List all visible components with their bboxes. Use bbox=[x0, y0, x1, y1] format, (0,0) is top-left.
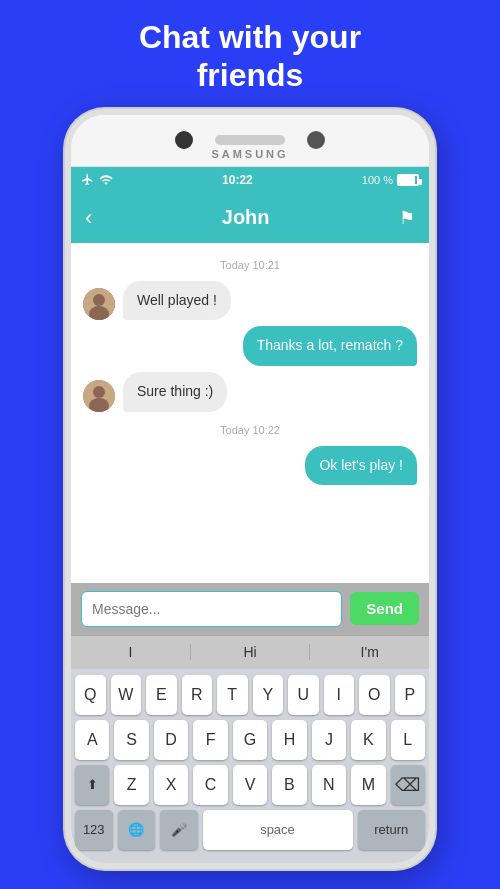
avatar bbox=[83, 288, 115, 320]
key-p[interactable]: P bbox=[395, 675, 426, 715]
key-v[interactable]: V bbox=[233, 765, 267, 805]
battery-fill bbox=[399, 176, 415, 184]
wifi-icon bbox=[99, 173, 113, 187]
svg-point-1 bbox=[93, 294, 105, 306]
phone-bezel: SAMSUNG bbox=[71, 115, 429, 167]
date-divider-1: Today 10:21 bbox=[83, 259, 417, 271]
message-row: Well played ! bbox=[83, 281, 417, 321]
globe-key[interactable]: 🌐 bbox=[118, 810, 156, 850]
svg-point-4 bbox=[93, 386, 105, 398]
key-h[interactable]: H bbox=[272, 720, 306, 760]
key-y[interactable]: Y bbox=[253, 675, 284, 715]
keyboard-row-3: ⬆ Z X C V B N M ⌫ bbox=[75, 765, 425, 805]
predictive-bar: I Hi I'm bbox=[71, 635, 429, 669]
pred-item-2[interactable]: Hi bbox=[191, 644, 311, 660]
keyboard: Q W E R T Y U I O P A S D F G H J K L ⬆ … bbox=[71, 669, 429, 863]
message-bubble: Well played ! bbox=[123, 281, 231, 321]
mic-key[interactable]: 🎤 bbox=[160, 810, 198, 850]
keyboard-row-2: A S D F G H J K L bbox=[75, 720, 425, 760]
status-icons bbox=[81, 173, 113, 187]
message-bubble: Sure thing :) bbox=[123, 372, 227, 412]
status-time: 10:22 bbox=[222, 173, 253, 187]
key-e[interactable]: E bbox=[146, 675, 177, 715]
key-i[interactable]: I bbox=[324, 675, 355, 715]
camera-right bbox=[307, 131, 325, 149]
key-d[interactable]: D bbox=[154, 720, 188, 760]
key-j[interactable]: J bbox=[312, 720, 346, 760]
message-bubble: Ok let's play ! bbox=[305, 446, 417, 486]
message-row: Sure thing :) bbox=[83, 372, 417, 412]
message-bubble: Thanks a lot, rematch ? bbox=[243, 326, 417, 366]
date-divider-2: Today 10:22 bbox=[83, 424, 417, 436]
avatar-image bbox=[83, 288, 115, 320]
key-r[interactable]: R bbox=[182, 675, 213, 715]
key-a[interactable]: A bbox=[75, 720, 109, 760]
phone-frame: SAMSUNG 10:22 100 % ‹ John ⚑ bbox=[65, 109, 435, 869]
key-m[interactable]: M bbox=[351, 765, 385, 805]
chat-header: ‹ John ⚑ bbox=[71, 193, 429, 243]
key-z[interactable]: Z bbox=[114, 765, 148, 805]
status-bar: 10:22 100 % bbox=[71, 167, 429, 193]
key-w[interactable]: W bbox=[111, 675, 142, 715]
message-input[interactable] bbox=[81, 591, 342, 627]
samsung-label: SAMSUNG bbox=[211, 148, 288, 160]
title-line1: Chat with your bbox=[139, 19, 361, 55]
shift-key[interactable]: ⬆ bbox=[75, 765, 109, 805]
battery-percent: 100 % bbox=[362, 174, 393, 186]
numbers-key[interactable]: 123 bbox=[75, 810, 113, 850]
key-q[interactable]: Q bbox=[75, 675, 106, 715]
airplane-icon bbox=[81, 173, 94, 186]
key-s[interactable]: S bbox=[114, 720, 148, 760]
key-c[interactable]: C bbox=[193, 765, 227, 805]
battery-icon bbox=[397, 174, 419, 186]
message-row: Thanks a lot, rematch ? bbox=[83, 326, 417, 366]
pred-item-1[interactable]: I bbox=[71, 644, 191, 660]
status-battery: 100 % bbox=[362, 174, 419, 186]
keyboard-row-4: 123 🌐 🎤 space return bbox=[75, 810, 425, 850]
key-f[interactable]: F bbox=[193, 720, 227, 760]
return-key[interactable]: return bbox=[358, 810, 426, 850]
key-k[interactable]: K bbox=[351, 720, 385, 760]
flag-button[interactable]: ⚑ bbox=[399, 207, 415, 229]
key-g[interactable]: G bbox=[233, 720, 267, 760]
key-o[interactable]: O bbox=[359, 675, 390, 715]
avatar bbox=[83, 380, 115, 412]
speaker bbox=[215, 135, 285, 145]
message-row: Ok let's play ! bbox=[83, 446, 417, 486]
back-button[interactable]: ‹ bbox=[85, 205, 92, 231]
chat-area: Today 10:21 Well played ! Thanks a lot bbox=[71, 243, 429, 583]
camera-left bbox=[175, 131, 193, 149]
pred-item-3[interactable]: I'm bbox=[310, 644, 429, 660]
key-l[interactable]: L bbox=[391, 720, 425, 760]
key-b[interactable]: B bbox=[272, 765, 306, 805]
avatar-image bbox=[83, 380, 115, 412]
page-title: Chat with your friends bbox=[99, 0, 401, 109]
message-input-row: Send bbox=[71, 583, 429, 635]
key-t[interactable]: T bbox=[217, 675, 248, 715]
delete-key[interactable]: ⌫ bbox=[391, 765, 425, 805]
key-x[interactable]: X bbox=[154, 765, 188, 805]
key-n[interactable]: N bbox=[312, 765, 346, 805]
send-button[interactable]: Send bbox=[350, 592, 419, 625]
contact-name: John bbox=[222, 206, 270, 229]
title-line2: friends bbox=[197, 57, 304, 93]
keyboard-row-1: Q W E R T Y U I O P bbox=[75, 675, 425, 715]
key-u[interactable]: U bbox=[288, 675, 319, 715]
space-key[interactable]: space bbox=[203, 810, 353, 850]
